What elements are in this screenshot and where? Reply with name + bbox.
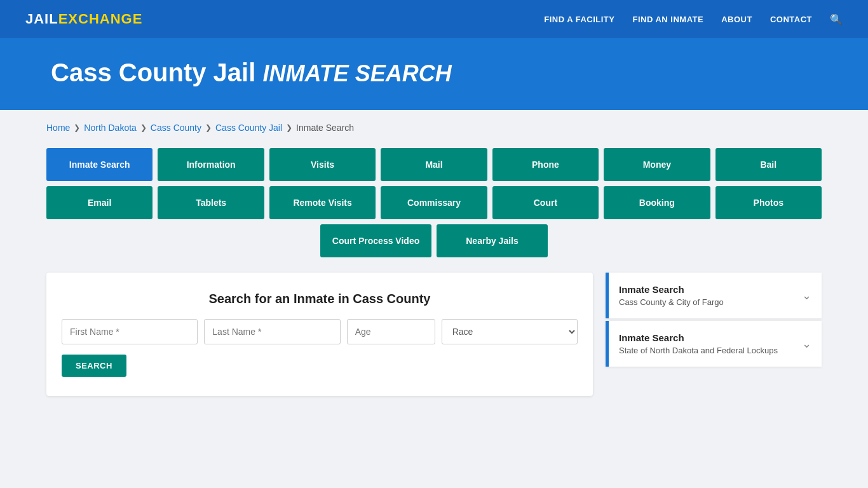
chevron-down-icon-2: ⌄	[802, 337, 811, 351]
last-name-input[interactable]	[204, 319, 340, 344]
header-search-button[interactable]: 🔍	[830, 13, 843, 25]
breadcrumb-state[interactable]: North Dakota	[84, 123, 136, 133]
first-name-input[interactable]	[62, 319, 198, 344]
race-select[interactable]: Race White Black Hispanic Asian Native A…	[442, 319, 578, 344]
hero-title: Cass County Jail INMATE SEARCH	[51, 58, 817, 87]
nav-buttons-row1: Inmate Search Information Visits Mail Ph…	[46, 148, 822, 181]
search-button[interactable]: SEARCH	[62, 355, 126, 377]
btn-mail[interactable]: Mail	[381, 148, 487, 181]
hero-title-main: Cass County Jail	[51, 58, 255, 86]
btn-commissary[interactable]: Commissary	[381, 186, 487, 219]
nav-buttons-row3: Court Process Video Nearby Jails	[46, 224, 822, 257]
breadcrumb: Home ❯ North Dakota ❯ Cass County ❯ Cass…	[46, 123, 822, 133]
btn-photos[interactable]: Photos	[715, 186, 822, 219]
sidebar-card-cass[interactable]: Inmate Search Cass County & City of Farg…	[606, 273, 822, 318]
nav-buttons-row2: Email Tablets Remote Visits Commissary C…	[46, 186, 822, 219]
btn-booking[interactable]: Booking	[604, 186, 710, 219]
nav-about[interactable]: ABOUT	[721, 15, 752, 24]
breadcrumb-sep-1: ❯	[74, 123, 80, 132]
sidebar-card-cass-subtitle: Cass County & City of Fargo	[619, 297, 724, 307]
sidebar-card-nd-subtitle: State of North Dakota and Federal Lockup…	[619, 346, 778, 355]
sidebar-card-nd-title: Inmate Search	[619, 332, 778, 343]
site-header: JAILEXCHANGE FIND A FACILITY FIND AN INM…	[0, 0, 868, 38]
logo[interactable]: JAILEXCHANGE	[25, 11, 142, 27]
hero-banner: Cass County Jail INMATE SEARCH	[0, 38, 868, 110]
chevron-down-icon: ⌄	[802, 288, 811, 302]
breadcrumb-sep-4: ❯	[286, 123, 292, 132]
breadcrumb-sep-3: ❯	[205, 123, 212, 132]
nav-find-facility[interactable]: FIND A FACILITY	[544, 15, 614, 24]
breadcrumb-home[interactable]: Home	[46, 123, 70, 133]
btn-remote-visits[interactable]: Remote Visits	[269, 186, 376, 219]
main-content: Home ❯ North Dakota ❯ Cass County ❯ Cass…	[21, 110, 847, 409]
breadcrumb-county[interactable]: Cass County	[151, 123, 201, 133]
age-input[interactable]	[347, 319, 435, 344]
btn-information[interactable]: Information	[158, 148, 264, 181]
search-panel: Search for an Inmate in Cass County Race…	[46, 273, 593, 396]
hero-title-italic: INMATE SEARCH	[262, 60, 451, 86]
breadcrumb-current: Inmate Search	[296, 123, 354, 133]
search-title: Search for an Inmate in Cass County	[62, 292, 578, 306]
btn-email[interactable]: Email	[46, 186, 153, 219]
nav-contact[interactable]: CONTACT	[770, 15, 812, 24]
btn-inmate-search[interactable]: Inmate Search	[46, 148, 153, 181]
btn-phone[interactable]: Phone	[492, 148, 599, 181]
sidebar-card-cass-text: Inmate Search Cass County & City of Farg…	[619, 284, 724, 307]
btn-nearby-jails[interactable]: Nearby Jails	[437, 224, 548, 257]
logo-exchange: EXCHANGE	[58, 11, 143, 27]
header-nav: FIND A FACILITY FIND AN INMATE ABOUT CON…	[544, 13, 843, 25]
breadcrumb-sep-2: ❯	[140, 123, 147, 132]
sidebar-card-nd-text: Inmate Search State of North Dakota and …	[619, 332, 778, 355]
breadcrumb-jail[interactable]: Cass County Jail	[215, 123, 282, 133]
btn-tablets[interactable]: Tablets	[158, 186, 264, 219]
sidebar-card-cass-title: Inmate Search	[619, 284, 724, 295]
btn-money[interactable]: Money	[604, 148, 710, 181]
btn-visits[interactable]: Visits	[269, 148, 376, 181]
btn-court-process-video[interactable]: Court Process Video	[320, 224, 431, 257]
btn-bail[interactable]: Bail	[715, 148, 822, 181]
btn-court[interactable]: Court	[492, 186, 599, 219]
sidebar: Inmate Search Cass County & City of Farg…	[606, 273, 822, 396]
sidebar-card-nd[interactable]: Inmate Search State of North Dakota and …	[606, 321, 822, 367]
lower-section: Search for an Inmate in Cass County Race…	[46, 273, 822, 396]
logo-jail: JAIL	[25, 11, 58, 27]
nav-find-inmate[interactable]: FIND AN INMATE	[632, 15, 703, 24]
search-form: Race White Black Hispanic Asian Native A…	[62, 319, 578, 344]
